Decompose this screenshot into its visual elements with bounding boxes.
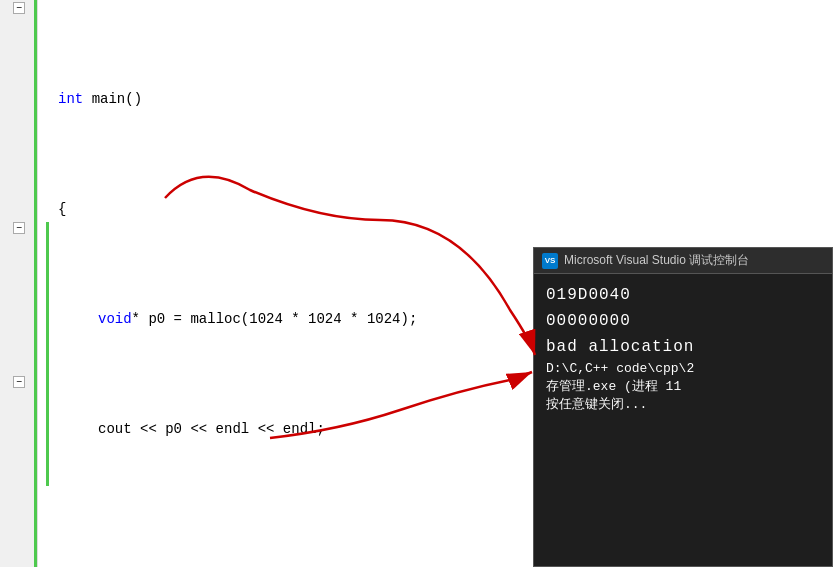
fold-icon-catch[interactable]: −	[13, 376, 25, 388]
code-line-2: {	[58, 198, 825, 220]
green-bar-try	[46, 222, 49, 398]
kw-int: int	[58, 88, 83, 110]
console-line-path2: 存管理.exe (进程 11	[546, 378, 820, 396]
console-window: VS Microsoft Visual Studio 调试控制台 019D004…	[533, 247, 833, 567]
console-line-addr1: 019D0040	[546, 282, 820, 308]
code-editor: − − − int main() { void* p0 = malloc(102…	[0, 0, 833, 567]
line-gutter: − − −	[0, 0, 38, 567]
console-line-path3: 按任意键关闭...	[546, 396, 820, 414]
fold-icon-try[interactable]: −	[13, 222, 25, 234]
green-bar-catch	[46, 376, 49, 486]
green-bar-main	[34, 0, 37, 567]
console-body: 019D0040 00000000 bad allocation D:\C,C+…	[534, 274, 832, 422]
console-titlebar: VS Microsoft Visual Studio 调试控制台	[534, 248, 832, 274]
fn-malloc1: malloc	[190, 311, 240, 327]
type-void: void	[98, 311, 132, 327]
vs-icon: VS	[542, 253, 558, 269]
console-title: Microsoft Visual Studio 调试控制台	[564, 252, 749, 269]
console-line-bad: bad allocation	[546, 334, 820, 360]
fn-main: main()	[92, 88, 142, 110]
code-cout1: cout << p0 << endl << endl;	[98, 418, 325, 440]
op-star: *	[132, 311, 140, 327]
fold-icon-main[interactable]: −	[13, 2, 25, 14]
console-line-addr2: 00000000	[546, 308, 820, 334]
brace-open: {	[58, 198, 66, 220]
console-line-path1: D:\C,C++ code\cpp\2	[546, 360, 820, 378]
code-line-1: int main()	[58, 88, 825, 110]
